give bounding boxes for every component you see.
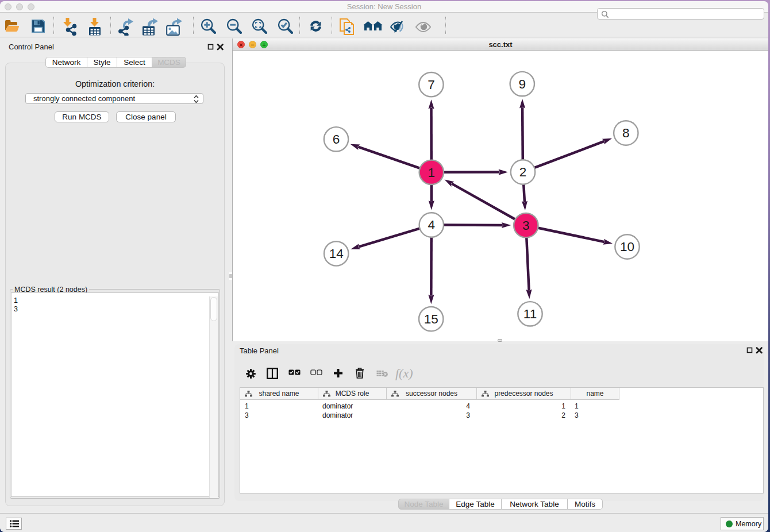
svg-text:2: 2	[519, 165, 527, 179]
svg-text:10: 10	[620, 240, 634, 254]
svg-text:8: 8	[622, 126, 630, 140]
svg-text:14: 14	[329, 246, 344, 261]
svg-text:6: 6	[333, 132, 340, 147]
svg-text:15: 15	[424, 312, 438, 326]
svg-text:3: 3	[522, 218, 530, 233]
svg-text:11: 11	[523, 307, 537, 321]
svg-text:7: 7	[428, 78, 435, 92]
svg-text:9: 9	[519, 77, 526, 91]
svg-text:4: 4	[428, 218, 436, 232]
svg-text:1: 1	[428, 165, 436, 180]
